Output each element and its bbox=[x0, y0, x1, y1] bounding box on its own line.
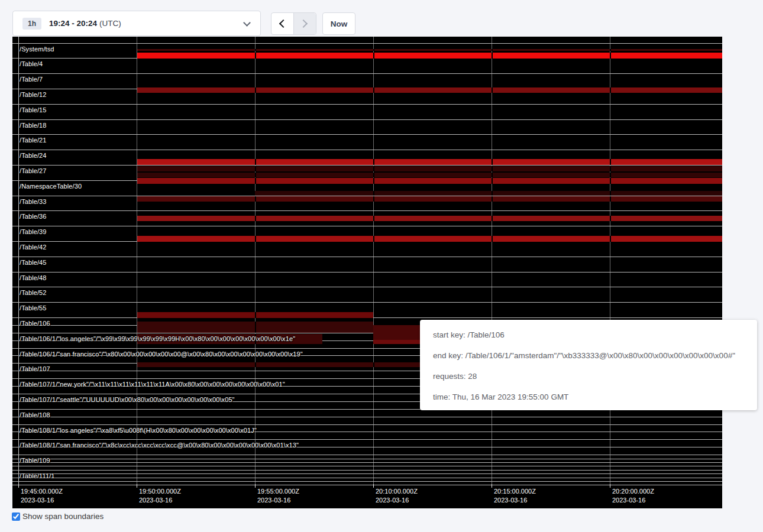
row-label: /Table/107/1/"new york"/"\x11\x11\x11\x1… bbox=[20, 381, 285, 388]
span-boundary-line bbox=[12, 478, 722, 478]
column-break bbox=[610, 49, 611, 51]
column-break bbox=[373, 53, 374, 59]
row-label: /Table/55 bbox=[20, 304, 47, 312]
tooltip-end-key: end key: /Table/106/1/"amsterdam"/"\xb33… bbox=[433, 351, 757, 360]
column-break bbox=[255, 362, 256, 367]
column-break bbox=[373, 49, 374, 51]
x-axis-date-label: 2023-03-16 bbox=[21, 497, 54, 504]
x-axis-date-label: 2023-03-16 bbox=[612, 497, 645, 504]
column-break bbox=[610, 87, 611, 93]
column-break bbox=[373, 173, 374, 177]
row-label: /Table/27 bbox=[20, 167, 47, 174]
row-label: /NamespaceTable/30 bbox=[20, 183, 82, 190]
row-label: /Table/7 bbox=[20, 76, 43, 83]
x-axis-tick bbox=[18, 484, 19, 488]
span-boundary-line bbox=[12, 165, 722, 166]
column-break bbox=[373, 196, 374, 202]
x-axis-time-label: 20:10:00.000Z bbox=[376, 488, 418, 495]
column-break bbox=[255, 173, 256, 177]
heatmap-bar[interactable] bbox=[137, 159, 722, 165]
heatmap-bar[interactable] bbox=[137, 87, 722, 93]
column-break bbox=[610, 166, 611, 171]
row-label: /Table/108/1/"los angeles"/"\xa8\xf5\u00… bbox=[20, 427, 257, 434]
column-break bbox=[492, 236, 493, 242]
row-label: /Table/4 bbox=[20, 60, 43, 67]
show-span-boundaries-checkbox[interactable] bbox=[12, 512, 20, 521]
heatmap-bar[interactable] bbox=[255, 191, 722, 196]
row-label: /Table/52 bbox=[20, 289, 47, 296]
span-boundary-line bbox=[12, 417, 722, 417]
tooltip-time: time: Thu, 16 Mar 2023 19:55:00 GMT bbox=[433, 392, 757, 401]
span-boundary-line bbox=[12, 272, 722, 273]
heatmap-bar[interactable] bbox=[137, 53, 722, 59]
column-break bbox=[610, 178, 611, 184]
span-boundary-line bbox=[12, 43, 722, 44]
span-boundary-line bbox=[12, 302, 722, 303]
column-break bbox=[610, 196, 611, 202]
row-label: /Table/107 bbox=[20, 365, 50, 372]
span-boundary-line bbox=[12, 226, 722, 226]
column-break bbox=[373, 362, 374, 367]
heatmap-bar[interactable] bbox=[137, 216, 722, 221]
column-break bbox=[610, 173, 611, 177]
column-break bbox=[492, 196, 493, 202]
span-boundary-line bbox=[12, 459, 722, 459]
span-boundary-line bbox=[12, 455, 722, 455]
column-break bbox=[255, 236, 256, 242]
column-break bbox=[492, 87, 493, 93]
row-label: /Table/106/1/"los angeles"/"\x99\x99\x99… bbox=[20, 335, 295, 342]
row-label: /Table/33 bbox=[20, 198, 47, 205]
column-break bbox=[373, 178, 374, 184]
column-break bbox=[492, 191, 493, 196]
span-boundary-line bbox=[12, 462, 722, 463]
row-label: /Table/48 bbox=[20, 274, 47, 281]
row-label: /Table/106/1/"san francisco"/"\x80\x00\x… bbox=[20, 351, 303, 358]
column-break bbox=[373, 87, 374, 93]
chevron-down-icon bbox=[243, 19, 251, 27]
column-break bbox=[492, 173, 493, 177]
column-break bbox=[610, 236, 611, 242]
column-break bbox=[492, 53, 493, 59]
heatmap-bar[interactable] bbox=[137, 49, 722, 51]
span-boundary-line bbox=[12, 473, 722, 474]
heatmap-tooltip: start key: /Table/106 end key: /Table/10… bbox=[420, 320, 757, 410]
x-axis-tick bbox=[610, 484, 610, 488]
chevron-left-icon bbox=[279, 20, 287, 28]
row-label: /Table/108/1/"san francisco"/"\x8c\xcc\x… bbox=[20, 442, 299, 449]
row-label: /Table/21 bbox=[20, 137, 47, 144]
column-break bbox=[373, 191, 374, 196]
now-button[interactable]: Now bbox=[322, 12, 355, 35]
time-range-timezone: (UTC) bbox=[99, 19, 121, 28]
column-break bbox=[610, 159, 611, 165]
row-label: /System/tsd bbox=[20, 46, 54, 53]
column-break bbox=[610, 53, 611, 59]
row-label: /Table/107/1/"seattle"/"UUUUUUD\x00\x80\… bbox=[20, 396, 235, 403]
column-break bbox=[373, 236, 374, 242]
span-boundary-line bbox=[12, 150, 722, 150]
column-break bbox=[255, 166, 256, 171]
heatmap-canvas[interactable]: /System/tsd/Table/4/Table/7/Table/12/Tab… bbox=[12, 37, 722, 508]
column-break bbox=[373, 159, 374, 165]
row-label: /Table/109 bbox=[20, 457, 50, 464]
x-axis-time-label: 20:15:00.000Z bbox=[494, 488, 536, 495]
previous-range-button[interactable] bbox=[271, 13, 294, 34]
column-break bbox=[255, 49, 256, 51]
heatmap-bar[interactable] bbox=[137, 166, 722, 171]
heatmap-bar[interactable] bbox=[137, 196, 722, 202]
next-range-button-disabled[interactable] bbox=[294, 13, 316, 34]
span-boundary-line bbox=[12, 104, 722, 105]
row-label: /Table/12 bbox=[20, 91, 47, 98]
row-label: /Table/42 bbox=[20, 244, 47, 251]
heatmap-bar[interactable] bbox=[137, 173, 722, 177]
time-range-select[interactable]: 1h 19:24 - 20:24 (UTC) bbox=[12, 11, 261, 36]
show-span-boundaries-label[interactable]: Show span boundaries bbox=[22, 512, 104, 521]
row-label: /Table/106 bbox=[20, 320, 50, 327]
heatmap-bar[interactable] bbox=[137, 178, 722, 184]
heatmap-bar[interactable] bbox=[137, 236, 722, 242]
x-axis-date-label: 2023-03-16 bbox=[257, 497, 290, 504]
column-break bbox=[255, 322, 256, 333]
span-boundary-line bbox=[12, 210, 722, 211]
x-axis-tick bbox=[137, 484, 137, 488]
footer-controls: Show span boundaries bbox=[12, 512, 104, 521]
span-boundary-line bbox=[12, 466, 722, 466]
